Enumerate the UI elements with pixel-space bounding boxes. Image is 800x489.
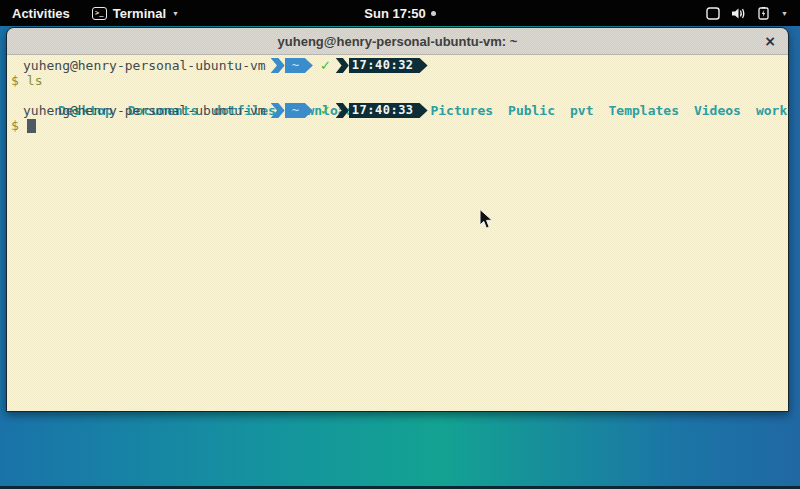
file-name: workspace — [756, 103, 789, 118]
shell-prompt-symbol: $ — [11, 73, 19, 88]
chevron-down-icon: ▼ — [781, 10, 788, 17]
activities-label: Activities — [12, 6, 70, 21]
ls-output-line: DesktopDocumentsdotfilesDownloadsMusicPi… — [11, 88, 788, 103]
command-line: $ ls — [11, 73, 788, 88]
checkmark-icon: ✓ — [320, 58, 331, 73]
activities-button[interactable]: Activities — [0, 0, 82, 26]
volume-icon — [731, 7, 746, 20]
notification-dot-icon — [431, 11, 436, 16]
close-icon[interactable]: × — [761, 32, 779, 50]
prompt-user-host: yuheng@henry-personal-ubuntu-vm — [23, 58, 266, 73]
prompt-cwd-segment: ~ — [285, 58, 313, 73]
system-status-menu[interactable]: ▼ — [694, 0, 800, 26]
terminal-window: yuheng@henry-personal-ubuntu-vm: ~ × yuh… — [6, 27, 789, 412]
battery-charging-icon — [757, 7, 770, 20]
terminal-cursor — [27, 119, 36, 133]
powerline-chevron-icon — [271, 58, 285, 73]
file-name: Videos — [694, 103, 741, 118]
prompt-line-1: yuheng@henry-personal-ubuntu-vm ~ ✓ 17:4… — [11, 58, 788, 73]
prompt-time-segment: 17:40:32 — [349, 58, 428, 73]
input-line: $ — [11, 118, 788, 133]
file-name: pvt — [570, 103, 593, 118]
prompt-time-segment: 17:40:33 — [349, 103, 428, 118]
window-title: yuheng@henry-personal-ubuntu-vm: ~ — [278, 34, 518, 49]
screen-indicator-icon — [706, 7, 720, 20]
app-menu-label: Terminal — [113, 6, 166, 21]
checkmark-icon: ✓ — [320, 103, 331, 118]
terminal-icon: >_ — [92, 7, 107, 20]
gnome-top-bar: Activities >_ Terminal ▼ Sun 17:50 ▼ — [0, 0, 800, 26]
file-name: Templates — [609, 103, 679, 118]
typed-command: ls — [27, 73, 43, 88]
chevron-down-icon: ▼ — [172, 10, 179, 17]
powerline-chevron-icon — [336, 58, 349, 73]
shell-prompt-symbol: $ — [11, 118, 19, 133]
prompt-user-host: yuheng@henry-personal-ubuntu-vm — [23, 103, 266, 118]
file-name: Public — [508, 103, 555, 118]
terminal-content[interactable]: yuheng@henry-personal-ubuntu-vm ~ ✓ 17:4… — [7, 55, 788, 412]
file-name: Pictures — [430, 103, 493, 118]
clock-button[interactable]: Sun 17:50 — [364, 6, 425, 21]
window-titlebar[interactable]: yuheng@henry-personal-ubuntu-vm: ~ × — [7, 28, 788, 55]
app-menu-terminal[interactable]: >_ Terminal ▼ — [82, 0, 189, 26]
